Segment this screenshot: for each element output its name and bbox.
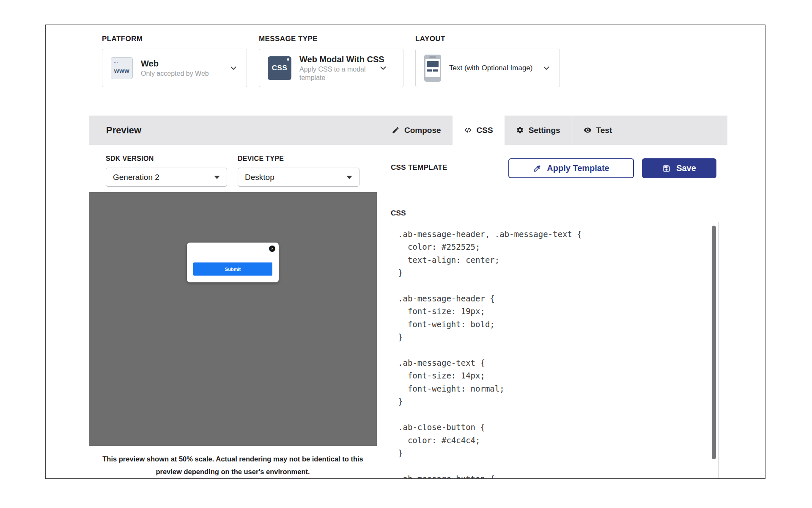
apply-template-label: Apply Template <box>547 163 609 173</box>
caret-down-icon <box>214 176 220 179</box>
message-type-value: Web Modal With CSS <box>299 54 373 64</box>
platform-subtitle: Only accepted by Web <box>141 69 229 78</box>
message-type-label: MESSAGE TYPE <box>259 35 318 43</box>
apply-template-button[interactable]: Apply Template <box>508 158 634 178</box>
app-frame: PLATFORM MESSAGE TYPE LAYOUT ... www Web… <box>45 25 765 479</box>
eyedropper-icon <box>533 164 541 173</box>
save-icon <box>662 164 671 173</box>
chevron-down-icon <box>542 64 551 73</box>
browser-dots: ... <box>114 59 118 64</box>
tab-settings[interactable]: Settings <box>505 116 572 145</box>
tab-css[interactable]: CSS <box>453 116 505 145</box>
preview-title: Preview <box>106 125 141 136</box>
preview-pane: SDK VERSION DEVICE TYPE Generation 2 Des… <box>89 145 377 478</box>
modal-submit-button[interactable]: Submit <box>193 262 272 276</box>
web-browser-icon: ... www <box>111 57 133 79</box>
chevron-down-icon <box>229 64 238 73</box>
message-type-subtitle: Apply CSS to a modal template <box>299 65 373 82</box>
css-badge-text: CSS <box>272 64 287 72</box>
css-pane: CSS TEMPLATE Apply Template Save CSS .ab… <box>377 145 727 478</box>
tab-test-label: Test <box>596 126 612 135</box>
sdk-version-select[interactable]: Generation 2 <box>106 168 227 187</box>
scrollbar-thumb[interactable] <box>712 226 716 459</box>
tab-css-label: CSS <box>477 126 493 135</box>
platform-value: Web <box>141 58 229 69</box>
preview-stage: ✕ Submit <box>89 192 377 446</box>
message-type-dropdown[interactable]: CSS Web Modal With CSS Apply CSS to a mo… <box>259 49 403 87</box>
sdk-version-label: SDK VERSION <box>106 155 154 163</box>
platform-dropdown[interactable]: ... www Web Only accepted by Web <box>102 49 247 87</box>
css-code-label: CSS <box>391 209 406 218</box>
css-badge-dot <box>287 58 289 61</box>
device-type-label: DEVICE TYPE <box>238 155 284 163</box>
device-type-select[interactable]: Desktop <box>238 168 359 187</box>
tab-strip: Compose CSS Settings Test <box>380 116 623 145</box>
eye-icon <box>584 126 592 134</box>
layout-label: LAYOUT <box>415 35 445 43</box>
sdk-version-value: Generation 2 <box>113 173 214 182</box>
css-template-label: CSS TEMPLATE <box>391 163 447 172</box>
preview-disclaimer: This preview shown at 50% scale. Actual … <box>89 453 377 478</box>
save-label: Save <box>676 163 696 173</box>
save-button[interactable]: Save <box>642 158 716 178</box>
pencil-icon <box>392 126 400 134</box>
css-code-content[interactable]: .ab-message-header, .ab-message-text { c… <box>391 222 718 479</box>
css-code-editor[interactable]: .ab-message-header, .ab-message-text { c… <box>391 222 719 479</box>
caret-down-icon <box>346 176 352 179</box>
gear-icon <box>516 126 524 134</box>
chevron-down-icon <box>379 64 388 73</box>
css-badge-icon: CSS <box>268 56 291 80</box>
tab-settings-label: Settings <box>529 126 560 135</box>
preview-modal: ✕ Submit <box>187 243 279 282</box>
device-type-value: Desktop <box>245 173 346 182</box>
layout-value: Text (with Optional Image) <box>449 63 542 73</box>
tab-compose[interactable]: Compose <box>380 116 453 145</box>
preview-header-bar: Preview Compose CSS Settings Test <box>89 116 727 145</box>
code-icon <box>464 126 472 134</box>
tab-test[interactable]: Test <box>572 116 624 145</box>
tab-compose-label: Compose <box>404 126 441 135</box>
layout-dropdown[interactable]: Text (with Optional Image) <box>415 49 560 87</box>
phone-layout-icon <box>424 55 441 82</box>
browser-www-text: www <box>111 67 132 74</box>
platform-label: PLATFORM <box>102 35 143 43</box>
modal-close-icon[interactable]: ✕ <box>269 246 275 252</box>
